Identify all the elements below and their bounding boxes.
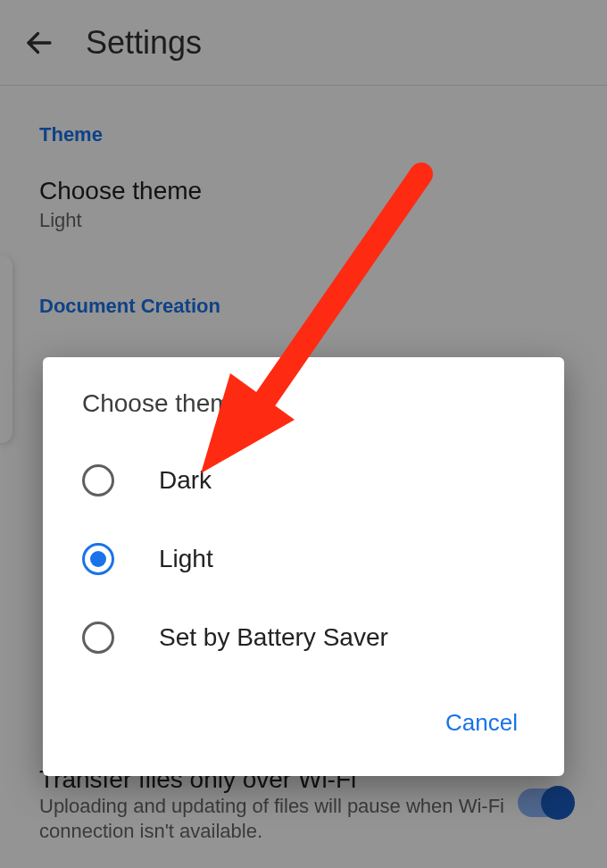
choose-theme-dialog: Choose theme Dark Light Set by Battery S… xyxy=(43,357,564,776)
dialog-title: Choose theme xyxy=(43,389,564,434)
cancel-button[interactable]: Cancel xyxy=(431,700,532,746)
dialog-options-list: Dark Light Set by Battery Saver xyxy=(43,434,564,677)
radio-icon xyxy=(82,543,114,575)
theme-option-label: Dark xyxy=(159,466,212,495)
radio-icon xyxy=(82,622,114,654)
theme-option-label: Set by Battery Saver xyxy=(159,623,388,652)
theme-option-dark[interactable]: Dark xyxy=(43,441,564,520)
theme-option-light[interactable]: Light xyxy=(43,520,564,598)
dialog-actions: Cancel xyxy=(43,677,564,764)
theme-option-label: Light xyxy=(159,545,213,573)
radio-icon xyxy=(82,464,114,497)
theme-option-battery-saver[interactable]: Set by Battery Saver xyxy=(43,598,564,677)
